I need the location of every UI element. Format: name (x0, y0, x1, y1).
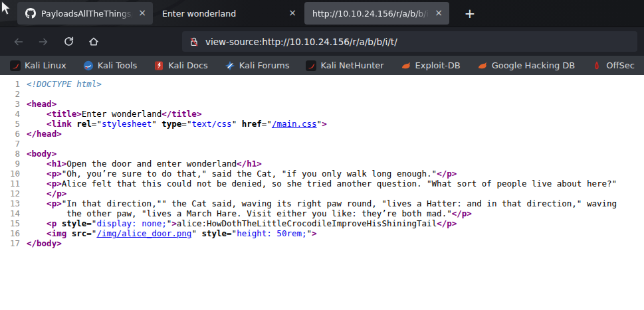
line-number: 11 (0, 179, 20, 189)
bookmark-item[interactable]: Google Hacking DB (475, 58, 578, 73)
source-code: <head> (27, 99, 56, 109)
line-number: 8 (0, 149, 20, 159)
reload-button[interactable] (58, 31, 79, 52)
back-icon (13, 37, 24, 47)
source-line: 15 <p style="display: none;">alice:HowDo… (0, 218, 644, 228)
tab-payloadsallthethings[interactable]: PayloadsAllTheThings/Re × (17, 2, 153, 25)
bookmark-label: Exploit-DB (415, 60, 461, 70)
new-tab-button[interactable]: + (460, 3, 480, 23)
url-text[interactable]: view-source:http://10.10.24.156/r/a/b/b/… (205, 37, 397, 47)
line-number: 9 (0, 159, 20, 169)
bookmark-item[interactable]: Kali Forums (223, 58, 292, 73)
bookmark-label: Google Hacking DB (492, 60, 576, 70)
source-line: 14 the other paw, "lives a March Hare. V… (0, 208, 644, 218)
source-line: 10 <p>"Oh, you’re sure to do that," said… (0, 169, 644, 179)
line-number: 1 (0, 79, 20, 89)
tab-title: Enter wonderland (162, 9, 283, 19)
source-code: the other paw, "lives a March Hare. Visi… (27, 208, 472, 218)
forward-button[interactable] (33, 31, 54, 52)
tab-title: PayloadsAllTheThings/Re (41, 9, 133, 19)
close-tab-icon[interactable]: × (432, 7, 445, 20)
tab-active-url[interactable]: http://10.10.24.156/r/a/b/b/i/t × (304, 2, 449, 25)
source-line: 7 (0, 139, 644, 149)
bookmark-item[interactable]: Kali Linux (8, 58, 68, 73)
close-tab-icon[interactable]: × (136, 7, 149, 20)
bookmark-label: Kali Tools (98, 60, 138, 70)
kali-forums-icon (225, 60, 235, 71)
bookmarks-bar: Kali LinuxKali ToolsKali DocsKali Forums… (0, 56, 644, 75)
google-hacking-db-icon (477, 60, 488, 71)
home-icon (88, 36, 100, 47)
source-code: </body> (27, 238, 62, 248)
source-code: <!DOCTYPE html> (27, 79, 102, 89)
source-link[interactable]: /main.css (272, 119, 317, 129)
source-code: <img src="/img/alice_door.png" style="he… (27, 228, 317, 238)
line-number: 14 (0, 208, 20, 218)
line-number: 17 (0, 238, 20, 248)
line-number: 5 (0, 119, 20, 129)
mouse-cursor (1, 1, 11, 17)
source-line: 1<!DOCTYPE html> (0, 79, 644, 89)
line-number: 2 (0, 89, 20, 99)
offsec-icon (591, 60, 602, 71)
source-line: 12 </p> (0, 189, 644, 198)
source-code: <p>"In that direction,"" the Cat said, w… (27, 198, 617, 208)
bookmark-label: Kali Docs (168, 60, 208, 70)
line-number: 6 (0, 129, 20, 139)
source-view: 1<!DOCTYPE html>23<head>4 <title>Enter w… (0, 75, 644, 310)
url-bar[interactable]: view-source:http://10.10.24.156/r/a/b/b/… (182, 31, 637, 52)
bookmark-item[interactable]: Kali Tools (81, 58, 140, 73)
tab-title: http://10.10.24.156/r/a/b/b/i/t (312, 9, 429, 19)
source-link[interactable]: /img/alice_door.png (96, 228, 191, 238)
github-icon (25, 8, 36, 19)
line-number: 12 (0, 189, 20, 198)
tab-bar: PayloadsAllTheThings/Re × Enter wonderla… (0, 0, 644, 27)
line-number: 16 (0, 228, 20, 238)
kali-nethunter-icon (306, 60, 316, 71)
source-line: 3<head> (0, 99, 644, 109)
bookmark-item[interactable]: OffSec (590, 58, 637, 73)
source-line: 17</body> (0, 238, 644, 248)
reload-icon (63, 36, 74, 47)
line-number: 13 (0, 198, 20, 208)
back-button[interactable] (7, 31, 29, 52)
home-button[interactable] (83, 31, 104, 52)
source-line: 8<body> (0, 149, 644, 159)
bookmark-item[interactable]: Kali NetHunter (304, 58, 385, 73)
source-code: </head> (27, 129, 62, 139)
forward-icon (38, 37, 49, 47)
source-code: <p>"Oh, you’re sure to do that," said th… (27, 169, 457, 179)
source-code: <h1>Open the door and enter wonderland</… (27, 159, 262, 169)
source-line: 16 <img src="/img/alice_door.png" style=… (0, 228, 644, 238)
source-line: 2 (0, 89, 644, 99)
source-line: 11 <p>Alice felt that this could not be … (0, 179, 644, 189)
line-number: 4 (0, 109, 20, 119)
source-line: 13 <p>"In that direction,"" the Cat said… (0, 198, 644, 208)
source-code: <p style="display: none;">alice:HowDothT… (27, 218, 457, 228)
source-line: 9 <h1>Open the door and enter wonderland… (0, 159, 644, 169)
close-tab-icon[interactable]: × (286, 7, 299, 20)
bookmark-item[interactable]: Exploit-DB (399, 58, 463, 73)
bookmark-label: Kali Linux (25, 60, 66, 70)
source-line: 4 <title>Enter wonderland</title> (0, 109, 644, 119)
source-code: <link rel="stylesheet" type="text/css" h… (27, 119, 327, 129)
insecure-lock-icon[interactable] (189, 37, 199, 47)
tab-enter-wonderland[interactable]: Enter wonderland × (154, 2, 303, 25)
kali-tools-icon (83, 60, 94, 71)
line-number: 15 (0, 218, 20, 228)
line-number: 3 (0, 99, 20, 109)
line-number: 7 (0, 139, 20, 149)
navigation-toolbar: view-source:http://10.10.24.156/r/a/b/b/… (0, 27, 644, 56)
bookmark-item[interactable]: Kali Docs (152, 58, 210, 73)
exploit-db-icon (401, 60, 411, 71)
source-code: </p> (27, 189, 66, 198)
source-line: 5 <link rel="stylesheet" type="text/css"… (0, 119, 644, 129)
source-code: <title>Enter wonderland</title> (27, 109, 201, 119)
bookmark-label: Kali NetHunter (320, 60, 383, 70)
source-code: <body> (27, 149, 56, 159)
source-code: <p>Alice felt that this could not be den… (27, 179, 617, 189)
bookmark-label: OffSec (606, 60, 635, 70)
bookmark-label: Kali Forums (239, 60, 290, 70)
kali-linux-icon (10, 60, 21, 71)
line-number: 10 (0, 169, 20, 179)
